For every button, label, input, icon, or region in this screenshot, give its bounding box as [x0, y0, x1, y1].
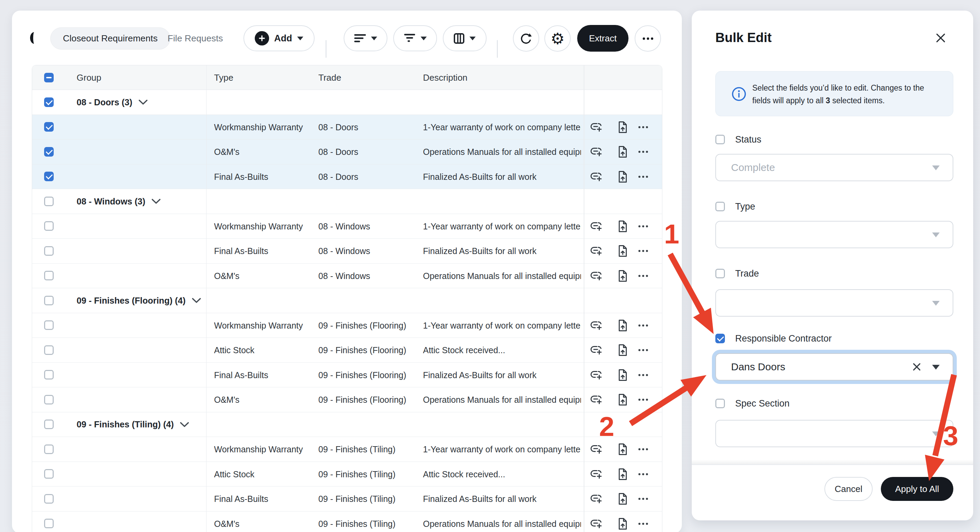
add-button[interactable]: Add: [243, 25, 315, 51]
responsible-contractor-checkbox[interactable]: [715, 334, 725, 343]
cell-description: Finalized As-Builts for all work: [423, 239, 581, 264]
row-menu-icon[interactable]: [638, 324, 648, 327]
cancel-button[interactable]: Cancel: [824, 477, 873, 501]
column-header-trade[interactable]: Trade: [318, 65, 341, 90]
settings-button[interactable]: ⚙: [544, 25, 571, 52]
more-options-button[interactable]: [635, 25, 661, 52]
group-cell[interactable]: 08 - Doors (3): [76, 90, 148, 115]
row-checkbox[interactable]: [44, 445, 54, 454]
file-upload-icon[interactable]: [617, 245, 628, 257]
row-checkbox[interactable]: [44, 97, 54, 107]
status-select[interactable]: Complete: [715, 154, 953, 181]
close-panel-button[interactable]: [933, 30, 948, 46]
row-checkbox[interactable]: [44, 172, 54, 181]
plus-icon: [255, 31, 269, 46]
add-button-label: Add: [274, 33, 292, 44]
column-header-group[interactable]: Group: [76, 65, 101, 90]
link-add-icon[interactable]: [590, 320, 602, 331]
responsible-contractor-select[interactable]: Dans Doors: [715, 353, 953, 381]
row-menu-icon[interactable]: [638, 151, 648, 153]
spec-section-checkbox[interactable]: [715, 399, 725, 408]
row-menu-icon[interactable]: [638, 398, 648, 401]
select-all-checkbox[interactable]: [44, 73, 54, 83]
row-menu-icon[interactable]: [638, 497, 648, 500]
file-upload-icon[interactable]: [617, 220, 628, 232]
row-menu-icon[interactable]: [638, 522, 648, 525]
file-upload-icon[interactable]: [617, 493, 628, 505]
row-menu-icon[interactable]: [638, 175, 648, 178]
row-checkbox[interactable]: [44, 197, 54, 206]
row-menu-icon[interactable]: [638, 275, 648, 277]
row-checkbox[interactable]: [44, 246, 54, 256]
row-menu-icon[interactable]: [638, 374, 648, 376]
file-upload-icon[interactable]: [617, 394, 628, 406]
row-checkbox[interactable]: [44, 519, 54, 528]
link-add-icon[interactable]: [590, 146, 602, 157]
row-menu-icon[interactable]: [638, 225, 648, 228]
file-upload-icon[interactable]: [617, 121, 628, 133]
link-add-icon[interactable]: [590, 270, 602, 281]
extract-button[interactable]: Extract: [577, 25, 628, 52]
link-add-icon[interactable]: [590, 444, 602, 455]
row-checkbox[interactable]: [44, 147, 54, 157]
trade-checkbox[interactable]: [715, 269, 725, 278]
link-add-icon[interactable]: [590, 394, 602, 405]
row-checkbox[interactable]: [44, 395, 54, 405]
type-checkbox[interactable]: [715, 202, 725, 211]
apply-to-all-button[interactable]: Apply to All: [881, 477, 953, 501]
link-add-icon[interactable]: [590, 468, 602, 480]
chevron-down-icon: [932, 432, 940, 436]
row-checkbox[interactable]: [44, 296, 54, 305]
columns-button[interactable]: [443, 25, 487, 51]
cell-type: Final As-Builts: [214, 239, 309, 264]
link-add-icon[interactable]: [590, 493, 602, 505]
row-checkbox[interactable]: [44, 221, 54, 231]
link-add-icon[interactable]: [590, 369, 602, 381]
file-upload-icon[interactable]: [617, 344, 628, 356]
link-add-icon[interactable]: [590, 121, 602, 133]
refresh-button[interactable]: [513, 25, 539, 52]
row-checkbox[interactable]: [44, 320, 54, 330]
file-upload-icon[interactable]: [617, 270, 628, 282]
link-add-icon[interactable]: [590, 171, 602, 182]
row-menu-icon[interactable]: [638, 249, 648, 253]
row-checkbox[interactable]: [44, 345, 54, 355]
column-header-description[interactable]: Description: [423, 65, 468, 90]
status-checkbox[interactable]: [715, 135, 725, 144]
row-checkbox[interactable]: [44, 370, 54, 380]
link-add-icon[interactable]: [590, 246, 602, 257]
row-checkbox[interactable]: [44, 469, 54, 479]
file-upload-icon[interactable]: [617, 468, 628, 480]
row-checkbox[interactable]: [44, 419, 54, 429]
link-add-icon[interactable]: [590, 345, 602, 356]
row-menu-icon[interactable]: [638, 448, 648, 451]
tab-file-requests[interactable]: File Requests: [167, 27, 223, 49]
trade-select[interactable]: [715, 289, 953, 317]
group-cell[interactable]: 09 - Finishes (Flooring) (4): [76, 288, 201, 313]
file-upload-icon[interactable]: [617, 319, 628, 332]
group-by-button[interactable]: [344, 25, 387, 51]
group-cell[interactable]: 08 - Windows (3): [76, 189, 161, 214]
spec-section-select[interactable]: [715, 420, 953, 447]
link-add-icon[interactable]: [590, 221, 602, 232]
tab-closeout-requirements[interactable]: Closeout Requirements: [50, 27, 170, 49]
file-upload-icon[interactable]: [617, 146, 628, 158]
row-checkbox[interactable]: [44, 122, 54, 132]
row-menu-icon[interactable]: [638, 126, 648, 129]
group-cell[interactable]: 09 - Finishes (Tiling) (4): [76, 412, 189, 437]
partial-nav-button[interactable]: [30, 32, 38, 44]
clear-icon[interactable]: [912, 362, 921, 371]
link-add-icon[interactable]: [590, 518, 602, 529]
filter-button[interactable]: [393, 25, 437, 51]
row-checkbox[interactable]: [44, 494, 54, 503]
row-menu-icon[interactable]: [638, 473, 648, 476]
column-header-type[interactable]: Type: [214, 65, 233, 90]
file-upload-icon[interactable]: [617, 518, 628, 530]
file-upload-icon[interactable]: [617, 369, 628, 381]
row-checkbox[interactable]: [44, 271, 54, 280]
cell-trade: 08 - Doors: [318, 115, 415, 140]
file-upload-icon[interactable]: [617, 171, 628, 183]
type-select[interactable]: [715, 221, 953, 248]
row-menu-icon[interactable]: [638, 349, 648, 351]
file-upload-icon[interactable]: [617, 443, 628, 456]
